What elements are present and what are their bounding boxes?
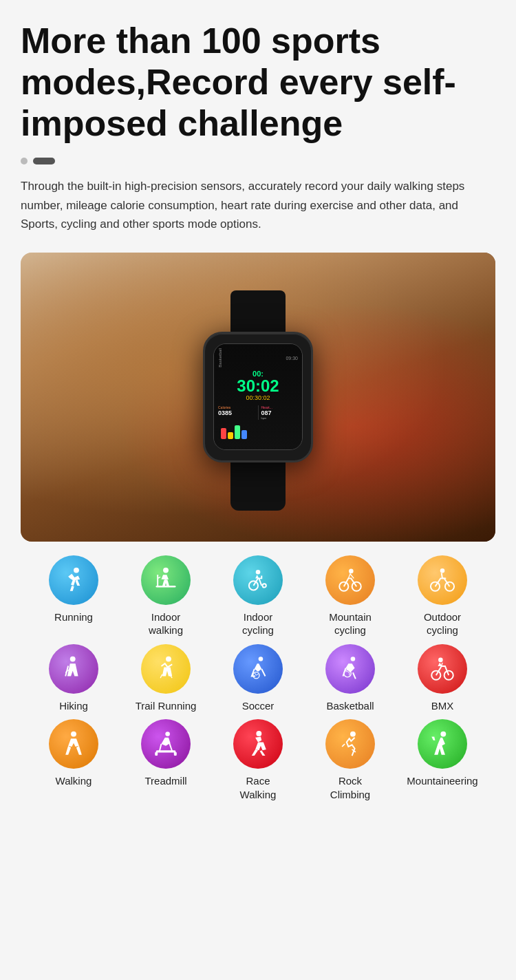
sport-label-basketball: Basketball bbox=[326, 699, 374, 713]
svg-rect-27 bbox=[155, 752, 158, 756]
page-description: Through the built-in high-precision sens… bbox=[21, 177, 495, 233]
svg-point-14 bbox=[70, 657, 76, 662]
svg-point-30 bbox=[350, 732, 356, 737]
sport-running: Running bbox=[32, 555, 115, 637]
sport-icon-indoor-cycling bbox=[233, 555, 283, 605]
watch-timer: 30:02 bbox=[218, 378, 298, 394]
watch-time: 09:30 bbox=[286, 356, 298, 361]
sport-label-hiking: Hiking bbox=[59, 699, 88, 713]
sport-label-indoor-walking: Indoorwalking bbox=[149, 610, 183, 637]
watch-image-section: Basketball 09:30 00: 30:02 00:30:02 Calo… bbox=[21, 253, 495, 542]
svg-rect-2 bbox=[156, 586, 176, 588]
sport-icon-trail-running bbox=[141, 644, 191, 694]
dot-inactive bbox=[21, 158, 28, 164]
sport-label-outdoor-cycling: Outdoorcycling bbox=[424, 610, 461, 637]
watch-heart-val: 087 bbox=[261, 409, 299, 416]
bar-green bbox=[235, 425, 240, 439]
sport-icon-treadmill bbox=[141, 719, 191, 769]
sport-basketball: Basketball bbox=[309, 644, 391, 713]
sport-icon-hiking bbox=[49, 644, 98, 694]
watch-mode-label: Basketball bbox=[218, 348, 222, 368]
sport-icon-outdoor-cycling bbox=[418, 555, 467, 605]
svg-point-25 bbox=[165, 732, 170, 737]
sport-label-trail-running: Trail Running bbox=[136, 699, 197, 713]
sport-label-walking: Walking bbox=[56, 774, 92, 788]
svg-rect-28 bbox=[174, 752, 177, 756]
watch-screen: Basketball 09:30 00: 30:02 00:30:02 Calo… bbox=[213, 343, 303, 450]
dot-active bbox=[33, 158, 55, 164]
sport-label-soccer: Soccer bbox=[242, 699, 275, 713]
sports-row-1: Running Indoorwalking Indoorcycling Moun… bbox=[28, 555, 488, 637]
bar-red bbox=[221, 428, 226, 439]
sport-bmx: BMX bbox=[401, 644, 484, 713]
sport-label-race-walking: RaceWalking bbox=[240, 774, 277, 801]
svg-point-0 bbox=[74, 568, 79, 573]
sport-label-indoor-cycling: Indoorcycling bbox=[242, 610, 274, 637]
sport-icon-race-walking bbox=[233, 719, 283, 769]
svg-point-20 bbox=[344, 670, 352, 677]
sport-mountaineering: Mountaineering bbox=[401, 719, 484, 801]
sports-grid: Running Indoorwalking Indoorcycling Moun… bbox=[21, 542, 495, 816]
svg-point-31 bbox=[440, 732, 446, 737]
page-container: More than 100 sports modes,Record every … bbox=[0, 0, 516, 842]
svg-point-19 bbox=[351, 657, 356, 661]
sport-outdoor-cycling: Outdoorcycling bbox=[401, 555, 484, 637]
svg-point-6 bbox=[263, 584, 266, 587]
watch-screen-content: Basketball 09:30 00: 30:02 00:30:02 Calo… bbox=[214, 344, 302, 449]
dots-indicator bbox=[21, 158, 495, 164]
sport-indoor-walking: Indoorwalking bbox=[125, 555, 207, 637]
sport-label-mountain-cycling: Mountaincycling bbox=[329, 610, 372, 637]
sport-icon-running bbox=[49, 555, 98, 605]
sport-hiking: Hiking bbox=[32, 644, 115, 713]
sport-icon-walking bbox=[49, 719, 98, 769]
svg-rect-26 bbox=[156, 751, 176, 753]
sport-trail-running: Trail Running bbox=[125, 644, 207, 713]
sport-label-mountaineering: Mountaineering bbox=[407, 774, 477, 788]
sport-icon-soccer bbox=[233, 644, 283, 694]
sport-indoor-cycling: Indoorcycling bbox=[217, 555, 299, 637]
sport-label-running: Running bbox=[54, 610, 93, 624]
sport-icon-basketball bbox=[325, 644, 375, 694]
svg-point-13 bbox=[440, 568, 445, 573]
bar-yellow bbox=[228, 432, 233, 439]
watch-subtimer: 00:30:02 bbox=[218, 394, 298, 401]
svg-point-1 bbox=[163, 568, 169, 573]
sport-icon-mountaineering bbox=[418, 719, 467, 769]
watch-body: Basketball 09:30 00: 30:02 00:30:02 Calo… bbox=[203, 332, 313, 462]
sport-treadmill: Treadmill bbox=[125, 719, 207, 801]
sport-label-bmx: BMX bbox=[431, 699, 454, 713]
watch-heart-unit: bpm bbox=[261, 416, 299, 420]
sport-race-walking: RaceWalking bbox=[217, 719, 299, 801]
svg-point-17 bbox=[259, 657, 264, 661]
sport-walking: Walking bbox=[32, 719, 115, 801]
svg-point-29 bbox=[256, 731, 261, 736]
svg-point-10 bbox=[349, 569, 354, 574]
sport-label-treadmill: Treadmill bbox=[144, 774, 186, 788]
sport-mountain-cycling: Mountaincycling bbox=[309, 555, 391, 637]
sports-row-2: Hiking Trail Running Soccer Basketball bbox=[28, 644, 488, 713]
sport-soccer: Soccer bbox=[217, 644, 299, 713]
sport-icon-rock-climbing bbox=[325, 719, 375, 769]
sport-icon-mountain-cycling bbox=[325, 555, 375, 605]
svg-point-23 bbox=[438, 658, 443, 663]
sport-icon-bmx bbox=[418, 644, 467, 694]
svg-point-7 bbox=[256, 570, 261, 575]
svg-point-16 bbox=[166, 657, 171, 662]
svg-point-24 bbox=[71, 732, 76, 737]
page-headline: More than 100 sports modes,Record every … bbox=[21, 21, 495, 144]
watch-calories-val: 0385 bbox=[218, 409, 255, 416]
bar-blue bbox=[241, 430, 247, 439]
watch-strap-bottom bbox=[230, 456, 286, 511]
sport-label-rock-climbing: RockClimbing bbox=[330, 774, 370, 801]
sport-rock-climbing: RockClimbing bbox=[309, 719, 391, 801]
sports-row-3: Walking Treadmill RaceWalking RockClimbi… bbox=[28, 719, 488, 801]
sport-icon-indoor-walking bbox=[141, 555, 191, 605]
